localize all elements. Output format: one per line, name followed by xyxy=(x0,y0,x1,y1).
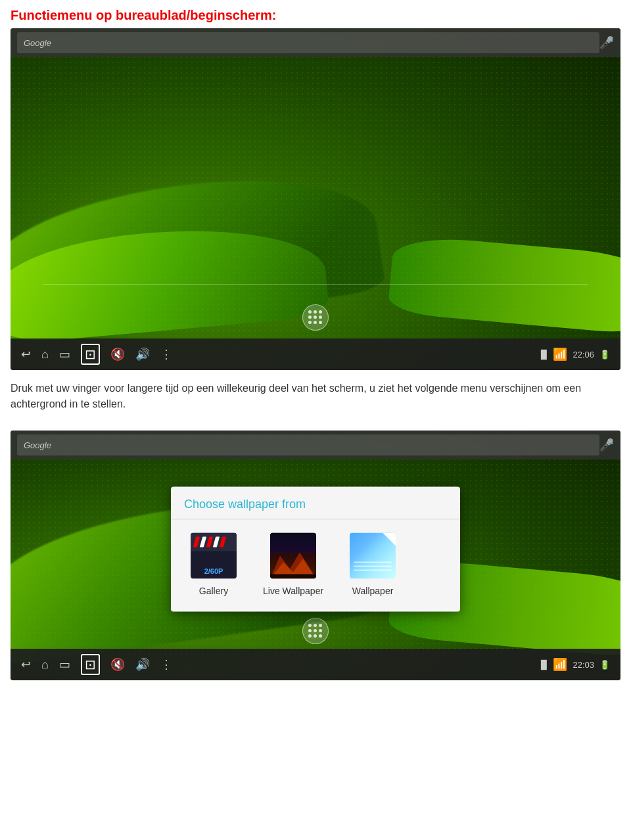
dot xyxy=(314,624,317,627)
dot xyxy=(308,629,312,632)
volume-up-icon[interactable]: 🔊 xyxy=(135,347,150,362)
wallpaper-label: Wallpaper xyxy=(352,586,394,596)
google-search-box-2[interactable]: Google xyxy=(17,434,599,455)
wp-line-3 xyxy=(354,570,392,571)
wallpaper-chooser-item[interactable]: Wallpaper xyxy=(343,533,402,596)
recents-icon-2[interactable]: ▭ xyxy=(59,657,70,672)
leaf-decoration-3 xyxy=(388,234,620,335)
live-wallpaper-label: Live Wallpaper xyxy=(263,586,323,596)
chooser-items-container: 2/60P Gallery xyxy=(171,520,460,612)
battery-icon-2: 🔋 xyxy=(599,660,610,670)
clapper-top xyxy=(191,533,237,551)
leaf-decoration-1 xyxy=(11,159,386,344)
live-wallpaper-icon-image xyxy=(270,533,316,579)
live-wp-mountains-svg xyxy=(270,549,316,579)
dots-grid-2 xyxy=(308,624,323,638)
dot xyxy=(308,310,312,314)
clapper-label: 2/60P xyxy=(204,567,223,575)
time-display-2: 22:03 xyxy=(573,660,594,670)
live-wallpaper-chooser-item[interactable]: Live Wallpaper xyxy=(263,533,323,596)
wallpaper-icon-image xyxy=(350,533,396,579)
nav-right-section-2: ▉ 📶 22:03 🔋 xyxy=(541,657,610,672)
battery-icon: 🔋 xyxy=(599,350,610,360)
nav-icons-left-2: ↩ ⌂ ▭ ⊡ 🔇 🔊 ⋮ xyxy=(21,654,172,675)
volume-up-icon-2[interactable]: 🔊 xyxy=(135,657,150,672)
battery-level-2: ▉ xyxy=(541,660,548,670)
google-logo: Google xyxy=(24,38,51,48)
navigation-bar-2: ↩ ⌂ ▭ ⊡ 🔇 🔊 ⋮ ▉ 📶 22:03 🔋 xyxy=(11,649,620,680)
time-display: 22:06 xyxy=(573,350,594,360)
dot xyxy=(319,634,322,638)
volume-down-icon-2[interactable]: 🔇 xyxy=(110,657,125,672)
dot xyxy=(308,624,312,627)
dot xyxy=(319,624,322,627)
dot xyxy=(308,321,312,324)
wifi-icon: 📶 xyxy=(553,347,567,362)
dot xyxy=(308,634,312,638)
menu-icon-2[interactable]: ⋮ xyxy=(160,657,172,672)
volume-down-icon[interactable]: 🔇 xyxy=(110,347,125,362)
description-text: Druk met uw vinger voor langere tijd op … xyxy=(0,370,631,423)
screenshot-icon-2[interactable]: ⊡ xyxy=(81,654,100,675)
gallery-chooser-item[interactable]: 2/60P Gallery xyxy=(184,533,243,596)
wifi-icon-2: 📶 xyxy=(553,657,567,672)
home-icon-2[interactable]: ⌂ xyxy=(41,658,49,672)
dot xyxy=(314,321,317,324)
nav-right-section: ▉ 📶 22:06 🔋 xyxy=(541,347,610,362)
back-icon-2[interactable]: ↩ xyxy=(21,657,31,672)
dot xyxy=(308,315,312,319)
microphone-icon-2[interactable]: 🎤 xyxy=(599,438,614,452)
strip-1 xyxy=(193,537,200,548)
clapper-strips xyxy=(191,534,229,550)
dots-grid xyxy=(308,310,323,325)
dot xyxy=(314,634,317,638)
wp-line-2 xyxy=(354,566,392,567)
gallery-label: Gallery xyxy=(199,586,228,596)
dot xyxy=(314,629,317,632)
leaf-decoration-2 xyxy=(11,218,330,344)
nav-icons-left: ↩ ⌂ ▭ ⊡ 🔇 🔊 ⋮ xyxy=(21,344,172,365)
menu-icon[interactable]: ⋮ xyxy=(160,347,172,362)
dot xyxy=(319,310,322,314)
top-bar-2: Google 🎤 xyxy=(11,431,620,459)
dot xyxy=(319,315,322,319)
recents-icon[interactable]: ▭ xyxy=(59,347,70,362)
google-logo-2: Google xyxy=(24,440,51,450)
wallpaper-background-2: Google 🎤 Choose wallpaper from xyxy=(11,431,620,680)
dot xyxy=(314,315,317,319)
chooser-dialog-title: Choose wallpaper from xyxy=(171,487,460,520)
microphone-icon[interactable]: 🎤 xyxy=(599,35,614,50)
strip-5 xyxy=(220,537,226,548)
wp-lines xyxy=(354,562,392,574)
wp-line-1 xyxy=(354,562,392,563)
dot xyxy=(314,310,317,314)
wallpaper-background: Google 🎤 ↩ ⌂ ▭ ⊡ xyxy=(11,28,620,370)
home-icon[interactable]: ⌂ xyxy=(41,348,49,362)
dot xyxy=(319,321,322,324)
back-icon[interactable]: ↩ xyxy=(21,347,31,362)
battery-level: ▉ xyxy=(541,350,548,360)
gallery-icon-image: 2/60P xyxy=(191,533,237,579)
strip-3 xyxy=(206,537,213,548)
screenshot-icon[interactable]: ⊡ xyxy=(81,344,100,365)
navigation-bar: ↩ ⌂ ▭ ⊡ 🔇 🔊 ⋮ ▉ 📶 22:06 🔋 xyxy=(11,338,620,370)
dot xyxy=(319,629,322,632)
divider-line xyxy=(43,284,588,285)
first-screenshot: Google 🎤 ↩ ⌂ ▭ ⊡ xyxy=(11,28,620,370)
app-drawer-button[interactable] xyxy=(302,304,329,331)
top-bar: Google 🎤 xyxy=(11,28,620,57)
second-screenshot: Google 🎤 Choose wallpaper from xyxy=(11,431,620,680)
wallpaper-chooser-dialog: Choose wallpaper from xyxy=(171,487,460,612)
page-title: Functiemenu op bureaublad/beginscherm: xyxy=(0,0,631,28)
app-drawer-button-2[interactable] xyxy=(302,618,329,644)
strip-2 xyxy=(200,537,206,548)
strip-4 xyxy=(213,537,220,548)
wp-corner-fold xyxy=(383,533,396,546)
svg-rect-2 xyxy=(270,574,316,579)
gallery-icon: 2/60P xyxy=(191,533,237,579)
google-search-box[interactable]: Google xyxy=(17,32,599,53)
live-wallpaper-icon xyxy=(270,533,316,579)
wallpaper-icon xyxy=(350,533,396,579)
